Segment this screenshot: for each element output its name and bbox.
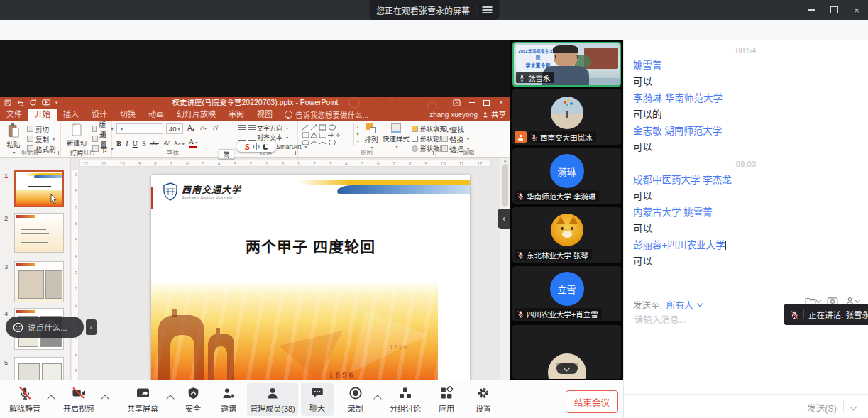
font-name-box[interactable]: [116, 123, 163, 134]
tell-me-box[interactable]: 告诉我您想要做什么...: [285, 109, 368, 120]
copy-button[interactable]: 复制: [27, 134, 55, 143]
slideshow-icon[interactable]: [42, 99, 50, 106]
send-options-chevron-icon[interactable]: [850, 404, 857, 411]
text-direction-button[interactable]: 文字方向: [257, 123, 288, 133]
video-tile-partial[interactable]: [512, 325, 621, 379]
invite-button[interactable]: 邀请: [213, 383, 244, 416]
share-options-menu-icon[interactable]: [482, 6, 492, 13]
change-case-button[interactable]: Aa: [173, 140, 185, 147]
record-options-chevron[interactable]: [373, 395, 381, 402]
send-button[interactable]: 发送(S): [807, 401, 837, 414]
vertical-scrollbar[interactable]: ▴ ▾ ≡: [500, 158, 510, 395]
chat-sender[interactable]: 内蒙古大学 姚雪菁: [633, 207, 713, 219]
close-button[interactable]: ×: [845, 0, 868, 20]
mic-options-chevron[interactable]: [47, 395, 55, 402]
shapes-gallery[interactable]: [301, 123, 352, 146]
share-screen-button[interactable]: 共享屏幕: [121, 383, 165, 416]
share-options-chevron[interactable]: [166, 395, 174, 402]
chat-sender[interactable]: 彭丽蓉+四川农业大学: [633, 239, 726, 252]
slide-thumbnail-3[interactable]: [14, 261, 64, 302]
video-strip-collapse-button[interactable]: ‹: [498, 209, 510, 229]
video-options-chevron[interactable]: [101, 395, 109, 402]
gallery-expand-icon[interactable]: =: [354, 138, 361, 145]
cut-button[interactable]: 剪切: [27, 124, 49, 133]
quick-chat-collapse-button[interactable]: ‹: [86, 319, 97, 335]
clear-format-icon[interactable]: A̸: [213, 124, 217, 131]
video-tile[interactable]: 西南交大田岚冰: [512, 89, 621, 145]
chevron-down-icon[interactable]: [696, 301, 702, 307]
ppt-restore-button[interactable]: [479, 97, 494, 109]
apps-button[interactable]: 应用: [430, 383, 463, 416]
minimize-button[interactable]: [800, 0, 823, 20]
video-tile-speaker[interactable]: 2022年马克思主义学院 学术夏令营 张雪永: [512, 42, 621, 87]
slide-canvas[interactable]: 西南交通大学 Southwest Jiaotong University 两个甲…: [151, 175, 470, 386]
tab-animations[interactable]: 动画: [142, 109, 170, 121]
font-size-box[interactable]: 40: [166, 123, 183, 134]
record-button[interactable]: 录制: [339, 383, 372, 416]
arrange-button[interactable]: 排列: [362, 123, 380, 150]
tab-file[interactable]: 文件: [0, 109, 28, 121]
save-icon[interactable]: [4, 99, 11, 106]
text-shadow-button[interactable]: S: [142, 140, 146, 148]
tab-insert[interactable]: 插入: [57, 109, 85, 121]
undo-icon[interactable]: [16, 99, 24, 106]
chat-sender[interactable]: 金志敏 湖南师范大学: [633, 125, 722, 138]
ppt-account-name[interactable]: zhang xueyong: [429, 109, 478, 121]
qat-dropdown-icon[interactable]: ▾: [55, 100, 58, 106]
chat-sender[interactable]: 成都中医药大学 李杰龙: [633, 174, 732, 187]
end-meeting-button[interactable]: 结束会议: [566, 390, 618, 413]
chat-sender[interactable]: 李漪琳-华南师范大学: [633, 92, 723, 105]
dialog-launcher-icon[interactable]: [292, 151, 296, 155]
tab-home[interactable]: 开始: [28, 109, 57, 121]
unmute-button[interactable]: 解除静音: [4, 383, 45, 416]
tab-transitions[interactable]: 切换: [114, 109, 142, 121]
scroll-down-icon[interactable]: ▾: [354, 131, 361, 138]
tab-review[interactable]: 审阅: [222, 109, 251, 121]
shrink-font-icon[interactable]: A▾: [200, 124, 207, 131]
ribbon-display-button[interactable]: [449, 97, 464, 109]
slide-thumbnail-2[interactable]: [14, 213, 64, 253]
security-button[interactable]: 安全: [176, 383, 210, 416]
sogou-ime-bar[interactable]: S 中: [236, 141, 277, 152]
send-to-selector[interactable]: 所有人: [666, 298, 693, 312]
video-tile[interactable]: 立雪 四川农业大学+肖立雪: [512, 266, 621, 321]
slide-thumbnail-1[interactable]: [14, 170, 64, 207]
character-spacing-button[interactable]: AV: [163, 141, 170, 147]
font-color-button[interactable]: A: [189, 138, 198, 148]
chat-button[interactable]: 聊天: [301, 383, 334, 416]
shapes-scroll[interactable]: ▴ ▾ =: [353, 123, 361, 146]
grow-font-icon[interactable]: A▴: [187, 124, 194, 132]
ppt-minimize-button[interactable]: [464, 97, 479, 109]
start-video-button[interactable]: 开启视频: [58, 383, 99, 416]
video-tile[interactable]: 东北林业大学 张琴: [512, 207, 621, 263]
reset-button[interactable]: 重置: [92, 134, 111, 143]
italic-button[interactable]: I: [126, 140, 128, 148]
quick-chat-pill[interactable]: 说点什么...: [6, 317, 84, 338]
manage-members-button[interactable]: 管理成员(38): [247, 383, 298, 416]
strikethrough-button[interactable]: abc: [150, 140, 159, 147]
bold-button[interactable]: B: [116, 140, 121, 148]
tab-view[interactable]: 视图: [251, 109, 279, 121]
list-buttons[interactable]: [238, 125, 258, 131]
dialog-launcher-icon[interactable]: [429, 151, 434, 155]
find-button[interactable]: 查找: [441, 124, 464, 133]
chat-message-input[interactable]: [633, 314, 778, 326]
repeat-icon[interactable]: [29, 99, 37, 106]
scroll-up-icon[interactable]: ▴: [354, 123, 361, 131]
strip-more-button[interactable]: [556, 363, 578, 374]
scrollbar-thumb[interactable]: [502, 164, 508, 207]
video-tile[interactable]: 漪琳 华南师范大学 李漪琳: [512, 148, 621, 204]
breakout-rooms-button[interactable]: 分组讨论: [383, 383, 427, 416]
settings-button[interactable]: 设置: [467, 383, 500, 416]
tab-slideshow[interactable]: 幻灯片放映: [170, 109, 222, 121]
replace-button[interactable]: 替换: [441, 134, 469, 143]
scroll-up-icon[interactable]: ▴: [500, 158, 510, 163]
quick-styles-button[interactable]: 快速样式: [382, 123, 410, 149]
ppt-close-button[interactable]: ×: [494, 97, 509, 109]
underline-button[interactable]: U: [133, 140, 138, 148]
ppt-share-button[interactable]: 共享: [483, 109, 506, 121]
dialog-launcher-icon[interactable]: [55, 151, 59, 155]
maximize-button[interactable]: [823, 0, 845, 20]
slide-bottom-artwork: 1896 1896: [151, 281, 438, 386]
chat-sender[interactable]: 姚雪菁: [633, 60, 662, 72]
